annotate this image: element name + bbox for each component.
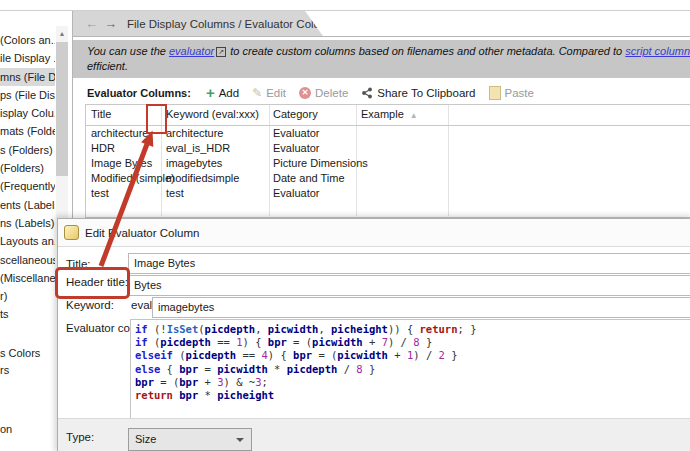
sidebar-item[interactable]: (Folders) [0,159,55,177]
code-line: else { bpr = picwidth * picdepth / 8 } [135,363,690,376]
annotation-box-header-title [55,267,130,299]
type-field-label: Type: [66,431,94,443]
table-cell: Evaluator [273,127,319,139]
table-cell: Picture Dimensions [273,157,368,169]
code-line: if (!IsSet(picdepth, picwidth, picheight… [135,323,690,336]
sidebar-item[interactable]: ps (File Dis... [0,86,55,104]
sidebar-item[interactable]: ile Display ... [0,49,55,67]
info-bar: You can use the evaluator↗ to create cus… [73,40,690,78]
edit-button[interactable]: ✎ Edit [252,86,286,100]
add-button-label: Add [219,87,239,99]
table-row[interactable]: HDReval_is_HDREvaluator [86,141,690,156]
page-tab: ← → File Display Columns / Evaluator Col… [73,11,323,36]
delete-cross-icon: ✕ [299,87,311,99]
evaluator-code-editor[interactable]: if (!IsSet(picdepth, picwidth, picheight… [130,319,690,423]
sidebar-item[interactable]: (Colors an... [0,31,55,49]
table-cell: imagebytes [166,157,222,169]
external-link-icon: ↗ [216,47,226,57]
code-line: elseif (picdepth == 4) { bpr = (picwidth… [135,349,690,362]
sidebar-item[interactable]: (Frequently... [0,177,55,195]
type-dropdown[interactable]: Size [128,428,252,451]
evaluator-link[interactable]: evaluator [169,45,214,57]
sidebar-item[interactable]: s Colors [0,345,40,361]
sidebar-item[interactable]: Layouts an... [0,232,55,250]
table-row[interactable]: Modified (simple)modifiedsimpleDate and … [86,171,690,186]
paste-button-label: Paste [505,87,534,99]
sidebar-item[interactable]: mns (File D... [0,68,55,86]
table-cell: Evaluator [273,142,319,154]
table-header-row: Title Keyword (eval:xxx) Category Exampl… [86,105,690,126]
sidebar-item[interactable]: r) [0,287,55,305]
pencil-icon: ✎ [252,86,262,100]
add-button[interactable]: + Add [206,87,239,99]
script-columns-link[interactable]: script columns [625,45,690,57]
info-text: to create custom columns based on filena… [227,45,625,57]
title-input[interactable]: Image Bytes [128,253,690,274]
back-arrow-icon[interactable]: ← [85,16,98,31]
column-header-keyword[interactable]: Keyword (eval:xxx) [166,108,259,120]
preferences-window: (Colors an...ile Display ...mns (File D.… [0,0,690,451]
table-cell: architecture [91,127,148,139]
paste-clipboard-icon [489,86,501,100]
paste-button[interactable]: Paste [489,86,534,100]
dialog-footer: Type: Size [58,418,690,451]
table-cell: Evaluator [273,187,319,199]
keyword-input[interactable]: imagebytes [152,297,690,318]
share-icon [361,87,373,99]
table-cell: eval_is_HDR [166,142,230,154]
evaluator-columns-table: Title Keyword (eval:xxx) Category Exampl… [85,104,690,218]
sort-ascending-icon: ▲ [410,111,418,120]
scroll-up-icon[interactable]: ▲ [56,27,68,40]
dialog-icon [64,225,79,240]
table-cell: Modified (simple) [91,172,175,184]
edit-evaluator-column-dialog: Edit Evaluator Column Title: Image Bytes… [57,218,690,451]
forward-arrow-icon[interactable]: → [104,16,117,31]
table-row[interactable]: Image BytesimagebytesPicture Dimensions [86,156,690,171]
sidebar-item[interactable]: mats (Folde... [0,122,55,140]
dialog-title: Edit Evaluator Column [85,227,199,239]
table-row[interactable]: architecturearchitectureEvaluator [86,126,690,141]
column-header-category[interactable]: Category [273,108,318,120]
example-header-label: Example [361,108,404,120]
chevron-down-icon [236,438,244,442]
keyword-field-label: Keyword: [66,299,114,311]
info-text-line2: efficient. [87,60,128,72]
dialog-title-bar[interactable]: Edit Evaluator Column [58,219,690,247]
table-cell: Image Bytes [91,157,152,169]
annotation-box-column-header [146,104,167,134]
evaluator-columns-toolbar: Evaluator Columns: + Add ✎ Edit ✕ Delete [87,84,534,102]
edit-button-label: Edit [266,87,286,99]
sidebar-item[interactable]: ns (Labels) [0,214,55,232]
toolbar-label: Evaluator Columns: [87,87,191,99]
table-cell: modifiedsimple [166,172,239,184]
page-title: File Display Columns / Evaluator Columns [127,18,342,30]
code-line: return bpr * picheight [135,389,690,402]
share-button-label: Share To Clipboard [377,87,475,99]
column-header-title[interactable]: Title [91,108,111,120]
add-plus-icon: + [206,87,215,99]
info-text-line1: You can use the evaluator↗ to create cus… [87,45,690,57]
table-cell: Date and Time [273,172,345,184]
sidebar-item[interactable]: ts [0,305,55,323]
sidebar-item[interactable]: rs [0,362,9,378]
sidebar-item[interactable]: on [0,421,12,437]
page-tab-bar: ← → File Display Columns / Evaluator Col… [73,11,690,37]
sidebar-item[interactable]: scellaneous) [0,251,55,269]
delete-button-label: Delete [315,87,348,99]
sidebar-category-tree: (Colors an...ile Display ...mns (File D.… [0,31,55,324]
table-cell: architecture [166,127,223,139]
code-line: if (picdepth == 1) { bpr = (picwidth + 7… [135,336,690,349]
code-line: bpr = (bpr + 3) & ~3; [135,376,690,389]
sidebar-scrollbar-thumb[interactable] [56,42,68,176]
table-cell: test [166,187,184,199]
delete-button[interactable]: ✕ Delete [299,87,348,99]
sidebar-item[interactable]: s (Folders) [0,141,55,159]
column-header-example[interactable]: Example▲ [361,108,418,120]
header-title-input[interactable]: Bytes [128,275,690,296]
share-to-clipboard-button[interactable]: Share To Clipboard [361,87,475,99]
sidebar-item[interactable]: ents (Labels) [0,196,55,214]
sidebar-item[interactable]: (Miscellane... [0,269,55,287]
table-row[interactable]: testtestEvaluator [86,186,690,201]
sidebar-item[interactable]: isplay Colu... [0,104,55,122]
table-cell: test [91,187,109,199]
